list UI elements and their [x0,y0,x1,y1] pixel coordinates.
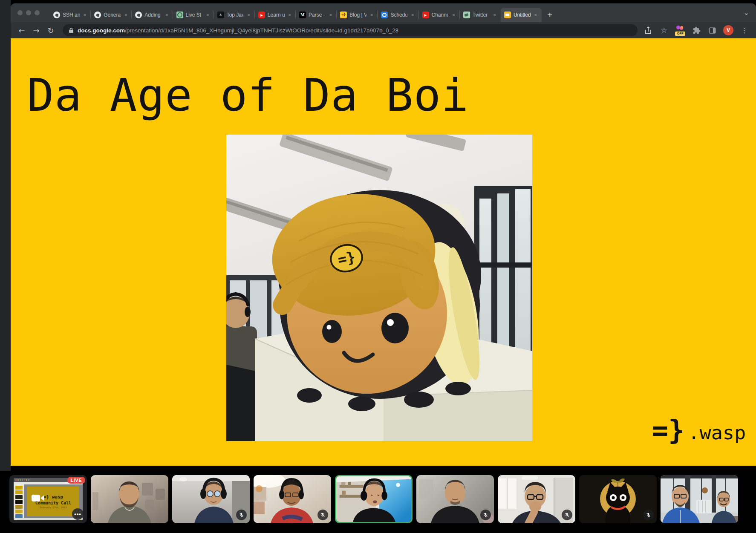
screenshare-tile[interactable]: =} wasp Community Call February 17th, 20… [9,475,87,523]
new-tab-button[interactable]: + [543,8,556,22]
tab-close-icon[interactable]: × [82,12,87,18]
mic-muted-icon [643,510,654,520]
extension-off-icon[interactable]: OFF [675,25,685,35]
tab-close-icon[interactable]: × [369,12,374,18]
beanie-logo-text: =} [336,248,357,268]
tab-close-icon[interactable]: × [123,12,128,18]
tab-close-icon[interactable]: × [328,12,333,18]
tab-label: Top Jav [227,12,244,18]
slide-title: Da Age of Da Boi [27,69,469,121]
tab-close-icon[interactable]: × [164,12,169,18]
tab-label: Live St [186,12,203,18]
traffic-lights [17,10,40,15]
youtube-favicon-icon: ▶ [422,12,429,18]
bee-plushie-photo: =} [226,135,532,441]
participant-tile[interactable] [416,475,494,523]
tab-twitter[interactable]: Twitter× [460,8,501,22]
address-bar[interactable]: docs.google.com/presentation/d/1xaR5N1M_… [63,24,638,36]
mic-muted-icon [480,510,491,520]
url-path: /presentation/d/1xaR5N1M_806_XHngumjl_Q4… [125,27,398,34]
reload-button[interactable]: ↻ [45,26,57,35]
tab-close-icon[interactable]: × [410,12,415,18]
off-badge: OFF [675,32,685,36]
participant-tile-avatar[interactable] [579,475,657,523]
tab-blog-v[interactable]: =}Blog | V× [337,8,378,22]
tab-parse[interactable]: MParse -× [296,8,337,22]
tab-label: Adding [144,12,162,18]
mini-slide-panel [14,484,24,518]
tab-label: Twitter [473,12,490,18]
github-favicon-icon [94,12,101,18]
tab-label: Schedu [390,12,407,18]
url-text: docs.google.com/presentation/d/1xaR5N1M_… [78,27,398,34]
tab-close-icon[interactable]: × [451,12,456,18]
tab-strip: SSH an×Genera×Adding×Live St×ATop Jav×▶L… [11,3,756,22]
tab-learn-u[interactable]: ▶Learn u× [255,8,296,22]
tab-label: Channe [432,12,449,18]
profile-avatar[interactable]: V [723,25,733,35]
participant-tile[interactable] [498,475,575,523]
lock-icon [69,27,74,33]
extension-figure [681,26,683,29]
wasp-logo-suffix: .wasp [688,419,746,442]
participant-tile[interactable] [254,475,331,523]
participant-tile[interactable] [91,475,168,523]
participant-video [336,476,411,522]
tab-label: SSH an [63,12,80,18]
tab-close-icon[interactable]: × [533,12,538,18]
github-favicon-icon [135,12,142,18]
tab-close-icon[interactable]: × [205,12,210,18]
slides-favicon-icon [504,12,511,18]
extensions-puzzle-icon[interactable] [692,26,701,35]
overflow-menu-icon[interactable]: ⋮ [740,26,749,35]
zoom-button[interactable] [35,10,40,15]
tab-ssh-an[interactable]: SSH an× [50,8,91,22]
presentation-area: Da Age of Da Boi [11,38,756,471]
mini-statusbar [14,518,83,520]
mic-muted-icon [236,510,247,520]
tab-top-jav[interactable]: ATop Jav× [214,8,255,22]
tab-label: Blog | V [349,12,366,18]
tab-label: Untitled [514,12,531,18]
camera-overlay-icon [32,494,44,504]
tab-untitled[interactable]: Untitled× [501,8,542,22]
forward-button[interactable]: → [30,26,42,35]
tab-search-chevron-icon[interactable]: ⌄ [744,9,749,17]
participant-tile-pair[interactable] [661,475,738,523]
share-icon[interactable] [643,26,653,35]
bookmark-star-icon[interactable]: ☆ [659,26,669,35]
medium-favicon-icon: M [299,12,306,18]
mini-slide-date: February 17th, 2023 [40,506,67,509]
minimize-button[interactable] [26,10,31,15]
video-call-strip: =} wasp Community Call February 17th, 20… [0,471,756,533]
participant-tile-active-speaker[interactable] [335,475,413,523]
tab-strip-tabs: SSH an×Genera×Adding×Live St×ATop Jav×▶L… [50,8,542,22]
tab-channe[interactable]: ▶Channe× [419,8,460,22]
tab-label: Parse - [309,12,326,18]
greenavatar-favicon-icon [463,12,470,18]
wasp-brand: =} .wasp [652,417,746,444]
tab-close-icon[interactable]: × [246,12,251,18]
tab-close-icon[interactable]: × [492,12,497,18]
tab-genera[interactable]: Genera× [91,8,132,22]
tab-schedu[interactable]: Schedu× [378,8,418,22]
tab-adding[interactable]: Adding× [132,8,173,22]
toolbar-icons: ☆ OFF V ⋮ [643,25,751,35]
tile-more-button[interactable]: ••• [72,508,84,520]
participant-video [661,475,738,523]
participant-tile[interactable] [172,475,250,523]
tab-close-icon[interactable]: × [287,12,292,18]
side-panel-icon[interactable] [707,26,717,35]
desktop-edge-strip [0,0,11,471]
tab-live-st[interactable]: Live St× [173,8,214,22]
mic-muted-icon [317,510,328,520]
greensite-favicon-icon [176,12,183,18]
participant-tiles: =} wasp Community Call February 17th, 20… [9,475,738,523]
tab-label: Genera [104,12,121,18]
back-button[interactable]: ← [16,26,28,35]
close-button[interactable] [17,10,23,15]
participant-video [91,475,168,523]
youtube-favicon-icon: ▶ [258,12,265,18]
screen: { "window": { "traffic_lights": ["close-… [0,0,756,533]
tab-label: Learn u [268,12,285,18]
